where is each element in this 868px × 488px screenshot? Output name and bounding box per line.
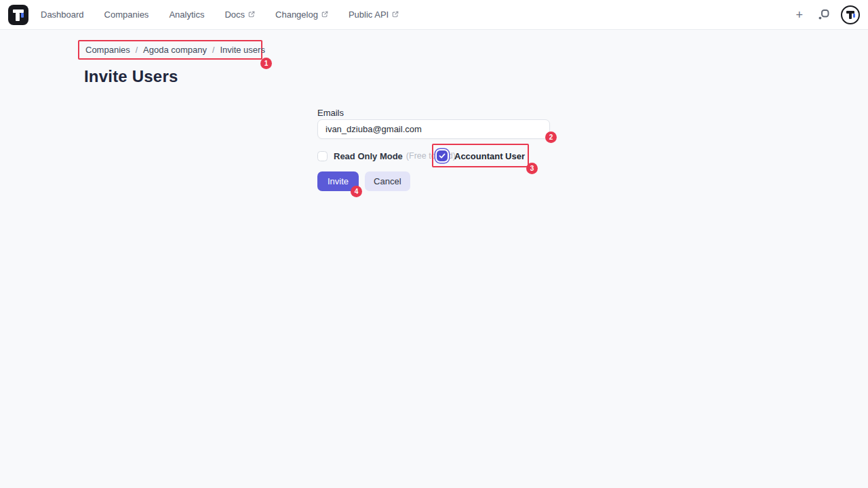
form-buttons: Invite Cancel <box>317 171 410 191</box>
accountant-label: Accountant User <box>454 151 525 161</box>
logo-t-accent <box>21 13 24 18</box>
breadcrumb-separator: / <box>136 45 138 55</box>
accountant-checkbox[interactable] <box>437 150 448 161</box>
checkmark-icon <box>439 152 446 159</box>
search-icon[interactable] <box>816 8 830 22</box>
nav-item-label: Companies <box>104 9 149 20</box>
app-logo[interactable] <box>8 5 28 25</box>
nav-links: Dashboard Companies Analytics Docs Chang… <box>41 9 399 20</box>
breadcrumb-item-companies[interactable]: Companies <box>85 45 130 55</box>
breadcrumb-item-agoda-company[interactable]: Agoda company <box>143 45 207 55</box>
emails-input[interactable] <box>317 119 550 139</box>
logo-t-bar <box>13 9 24 13</box>
nav-item-public-api[interactable]: Public API <box>349 9 399 20</box>
breadcrumb-separator: / <box>212 45 214 55</box>
emails-label: Emails <box>317 108 344 118</box>
nav-item-dashboard[interactable]: Dashboard <box>41 9 84 20</box>
read-only-checkbox[interactable] <box>317 151 328 161</box>
plus-icon[interactable]: + <box>793 7 806 22</box>
navbar-right: + <box>793 5 860 24</box>
external-link-icon <box>392 11 399 18</box>
annotation-badge-1: 1 <box>260 58 272 69</box>
invite-button[interactable]: Invite <box>317 171 359 191</box>
read-only-label: Read Only Mode <box>334 151 403 161</box>
nav-item-label: Changelog <box>275 9 318 20</box>
top-navbar: Dashboard Companies Analytics Docs Chang… <box>0 0 868 30</box>
avatar-t-accent <box>853 14 856 18</box>
external-link-icon <box>321 11 328 18</box>
nav-item-label: Dashboard <box>41 9 84 20</box>
breadcrumb: Companies / Agoda company / Invite users <box>78 40 262 60</box>
external-link-icon <box>248 11 255 18</box>
nav-item-docs[interactable]: Docs <box>224 9 255 20</box>
nav-item-companies[interactable]: Companies <box>104 9 149 20</box>
annotation-badge-3: 3 <box>526 163 538 174</box>
breadcrumb-item-invite-users[interactable]: Invite users <box>220 45 264 55</box>
accountant-user-option[interactable]: Accountant User <box>437 150 525 162</box>
logo-t-stem <box>16 13 20 21</box>
cancel-button[interactable]: Cancel <box>365 171 410 191</box>
nav-item-label: Docs <box>224 9 245 20</box>
page-title: Invite Users <box>84 67 178 86</box>
nav-item-analytics[interactable]: Analytics <box>169 9 204 20</box>
nav-item-changelog[interactable]: Changelog <box>275 9 328 20</box>
nav-item-label: Public API <box>349 9 389 20</box>
nav-item-label: Analytics <box>169 9 204 20</box>
user-avatar[interactable] <box>841 5 860 24</box>
read-only-mode-option[interactable]: Read Only Mode (Free to Add) <box>317 150 456 161</box>
avatar-t-stem <box>849 13 852 19</box>
